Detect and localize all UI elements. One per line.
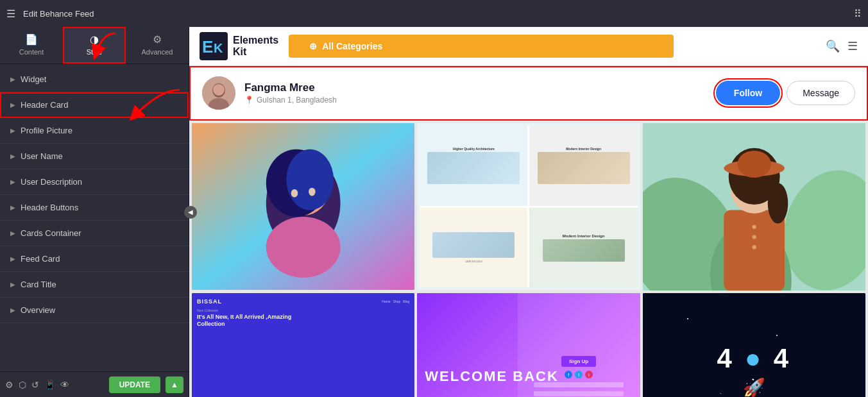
card-2-grid: Higher Quality Architecture Modern Inter… bbox=[420, 126, 637, 287]
card-6-content: 4 ● 4 🚀 OOPOS bbox=[643, 293, 865, 398]
svg-text:K: K bbox=[214, 41, 223, 55]
brand-name-block: Elements Kit bbox=[233, 35, 278, 57]
chevron-icon: ▶ bbox=[10, 127, 15, 134]
content-icon: 📄 bbox=[25, 33, 38, 46]
brand-actions: 🔍 ☰ bbox=[826, 39, 858, 53]
sidebar-content: ▶ Widget ▶ Header Card ▶ Profile Picture… bbox=[0, 64, 189, 371]
bottom-bar: ⚙ ⬡ ↺ 📱 👁 UPDATE ▲ bbox=[0, 371, 189, 397]
tab-content[interactable]: 📄 Content bbox=[0, 27, 63, 63]
message-button[interactable]: Message bbox=[787, 81, 855, 105]
brand-bar: E K Elements Kit ⊕ All Categories 🔍 ☰ bbox=[189, 27, 868, 66]
sidebar-item-label: Overview bbox=[21, 305, 55, 315]
feed-card-1[interactable] bbox=[192, 123, 414, 290]
svg-point-6 bbox=[213, 84, 225, 96]
feed-grid: Higher Quality Architecture Modern Inter… bbox=[189, 121, 868, 397]
card-2-label-1: Higher Quality Architecture bbox=[453, 147, 495, 151]
card-4-content: BISSAL Home Shop Blog New Collection It'… bbox=[192, 293, 414, 398]
top-bar: ☰ Edit Behance Feed ⠿ bbox=[0, 0, 868, 27]
location-icon: 📍 bbox=[244, 96, 254, 105]
layers-icon[interactable]: ⬡ bbox=[19, 380, 26, 390]
feed-card-4[interactable]: BISSAL Home Shop Blog New Collection It'… bbox=[192, 293, 414, 398]
eye-icon[interactable]: 👁 bbox=[60, 380, 69, 390]
left-panel: 📄 Content ◑ Style ⚙ Advanced ▶ Widget bbox=[0, 27, 189, 397]
sidebar-item-label: Card Title bbox=[21, 280, 56, 289]
feed-card-5[interactable]: WELCOME BACK Sign Up f t i bbox=[417, 293, 640, 398]
card-5-signup-panel: Sign Up f t i bbox=[518, 293, 640, 398]
sidebar-item-label: Header Card bbox=[21, 100, 68, 110]
sidebar-item-card-title[interactable]: ▶ Card Title bbox=[0, 272, 189, 298]
chevron-icon: ▶ bbox=[10, 153, 15, 160]
brand-name: Elements bbox=[233, 35, 278, 46]
card-4-nav: BISSAL Home Shop Blog bbox=[197, 298, 409, 305]
sidebar-item-label: User Name bbox=[21, 151, 63, 161]
svg-point-14 bbox=[309, 188, 316, 196]
card-5-input-2 bbox=[534, 391, 624, 396]
feed-card-6[interactable]: 4 ● 4 🚀 OOPOS bbox=[643, 293, 865, 398]
sidebar-item-label: Feed Card bbox=[21, 254, 60, 264]
brand-logo: E K Elements Kit bbox=[200, 32, 278, 60]
svg-point-27 bbox=[752, 245, 756, 249]
svg-point-11 bbox=[286, 149, 334, 210]
chevron-icon: ▶ bbox=[10, 178, 15, 185]
sidebar-item-label: User Description bbox=[21, 177, 82, 187]
card-5-signup-btn: Sign Up bbox=[561, 356, 596, 367]
sidebar-item-label: Widget bbox=[21, 74, 46, 84]
categories-plus-icon: ⊕ bbox=[309, 41, 317, 51]
sidebar-item-user-name[interactable]: ▶ User Name bbox=[0, 144, 189, 169]
sidebar-item-header-card[interactable]: ▶ Header Card bbox=[0, 92, 189, 118]
settings-icon[interactable]: ⚙ bbox=[5, 380, 13, 390]
card-2-cell-3: 1498 356 1023 bbox=[420, 208, 527, 288]
advanced-icon: ⚙ bbox=[153, 33, 162, 46]
svg-point-24 bbox=[737, 151, 771, 178]
profile-header: Fangma Mree 📍 Gulshan 1, Bangladesh Foll… bbox=[189, 66, 868, 121]
hamburger-menu-icon[interactable]: ☰ bbox=[847, 39, 858, 53]
sidebar-item-cards-container[interactable]: ▶ Cards Container bbox=[0, 221, 189, 246]
brand-sub: Kit bbox=[233, 46, 278, 58]
chevron-icon: ▶ bbox=[10, 76, 15, 83]
sidebar-item-widget[interactable]: ▶ Widget bbox=[0, 67, 189, 92]
history-icon[interactable]: ↺ bbox=[31, 380, 39, 390]
chevron-icon: ▶ bbox=[10, 281, 15, 288]
hamburger-icon[interactable]: ☰ bbox=[6, 8, 15, 20]
responsive-icon[interactable]: 📱 bbox=[44, 380, 55, 390]
card-4-sub: New Collection bbox=[197, 308, 409, 312]
card-2-label-2: Modern Interior Design bbox=[566, 147, 601, 151]
feed-card-2[interactable]: Higher Quality Architecture Modern Inter… bbox=[417, 123, 640, 290]
svg-text:E: E bbox=[202, 37, 213, 56]
tabs-row: 📄 Content ◑ Style ⚙ Advanced bbox=[0, 27, 189, 64]
sidebar-item-overview[interactable]: ▶ Overview bbox=[0, 298, 189, 323]
grid-icon[interactable]: ⠿ bbox=[854, 8, 862, 20]
collapse-panel-button[interactable]: ◀ bbox=[184, 206, 197, 219]
right-content: E K Elements Kit ⊕ All Categories 🔍 ☰ bbox=[189, 27, 868, 397]
feed-card-3[interactable] bbox=[643, 123, 865, 291]
sidebar-item-label: Cards Container bbox=[21, 228, 81, 238]
tab-advanced[interactable]: ⚙ Advanced bbox=[126, 27, 189, 63]
card-4-nav-links: Home Shop Blog bbox=[382, 300, 409, 303]
tab-style[interactable]: ◑ Style bbox=[63, 27, 126, 63]
sidebar-item-header-buttons[interactable]: ▶ Header Buttons bbox=[0, 195, 189, 221]
sidebar-item-user-description[interactable]: ▶ User Description bbox=[0, 169, 189, 195]
card-2-cell-1: Higher Quality Architecture bbox=[420, 126, 527, 206]
card-4-brand: BISSAL bbox=[197, 298, 222, 305]
card-3-illustration bbox=[643, 123, 865, 291]
all-categories-button[interactable]: ⊕ All Categories bbox=[289, 35, 674, 58]
sidebar-item-profile-picture[interactable]: ▶ Profile Picture bbox=[0, 118, 189, 144]
card-2-label-3: Modern Interior Design bbox=[563, 234, 605, 238]
chevron-icon: ▶ bbox=[10, 101, 15, 108]
card-5-input-1 bbox=[534, 382, 624, 387]
svg-point-13 bbox=[291, 189, 298, 198]
sidebar-item-label: Profile Picture bbox=[21, 126, 72, 135]
update-button[interactable]: UPDATE bbox=[109, 376, 160, 393]
ek-logo-icon: E K bbox=[200, 32, 228, 60]
search-icon[interactable]: 🔍 bbox=[826, 39, 840, 53]
card-5-social: f t i bbox=[565, 371, 593, 378]
sidebar-item-feed-card[interactable]: ▶ Feed Card bbox=[0, 246, 189, 272]
svg-point-22 bbox=[767, 183, 788, 223]
profile-info: Fangma Mree 📍 Gulshan 1, Bangladesh bbox=[244, 81, 716, 105]
card-1-illustration bbox=[192, 123, 414, 290]
card-2-stats: 1498 356 1023 bbox=[465, 260, 482, 263]
profile-name: Fangma Mree bbox=[244, 81, 716, 94]
page-title: Edit Behance Feed bbox=[23, 9, 846, 19]
update-arrow-button[interactable]: ▲ bbox=[166, 376, 183, 393]
follow-button[interactable]: Follow bbox=[716, 81, 780, 105]
